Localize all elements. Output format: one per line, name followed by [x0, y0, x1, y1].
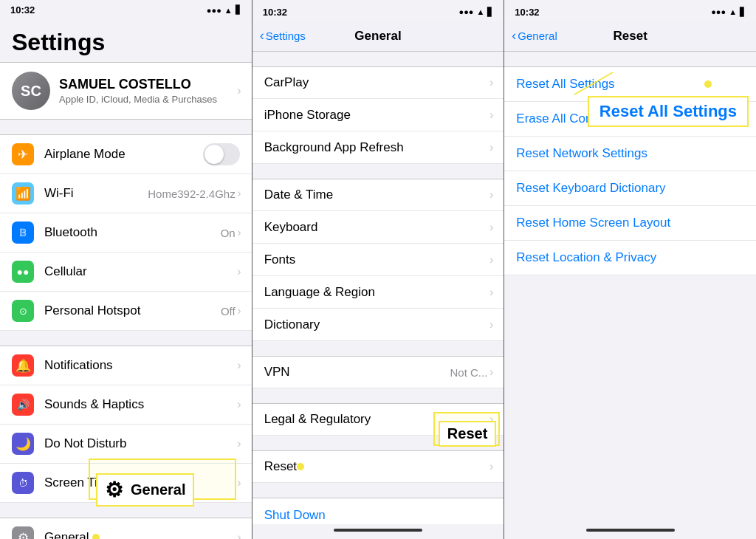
hotspot-value: Off [221, 305, 236, 317]
row-language[interactable]: Language & Region › [252, 276, 504, 309]
row-keyboard[interactable]: Keyboard › [252, 211, 504, 244]
back-button-3[interactable]: ‹ General [512, 28, 557, 44]
profile-row[interactable]: SC SAMUEL COSTELLO Apple ID, iCloud, Med… [0, 62, 252, 120]
datetime-chevron: › [489, 188, 493, 202]
wifi-label: Wi-Fi [44, 186, 148, 201]
battery-icon-3: ▋ [740, 7, 746, 17]
general-group3: VPN Not C... › [252, 356, 504, 388]
row-fonts[interactable]: Fonts › [252, 244, 504, 276]
signal-icon-2: ●●● [459, 7, 474, 16]
row-screentime[interactable]: ⏱ Screen Time › [0, 464, 252, 503]
row-sounds[interactable]: 🔊 Sounds & Haptics › [0, 385, 252, 425]
reset-section: Reset All Settings Erase All Content and… [504, 66, 756, 275]
row-reset-home-screen[interactable]: Reset Home Screen Layout [504, 206, 756, 241]
profile-info: SAMUEL COSTELLO Apple ID, iCloud, Media … [59, 77, 217, 105]
iphone-storage-label: iPhone Storage [264, 108, 492, 123]
fonts-chevron: › [489, 253, 493, 267]
row-reset[interactable]: Reset › [252, 450, 504, 483]
row-dictionary[interactable]: Dictionary › [252, 309, 504, 341]
row-reset-location[interactable]: Reset Location & Privacy [504, 241, 756, 275]
reset-all-callout-text: Reset All Settings [599, 102, 737, 120]
status-icons-1: ●●● ▲ ▋ [207, 5, 241, 15]
language-chevron: › [489, 286, 493, 299]
row-vpn[interactable]: VPN Not C... › [252, 356, 504, 388]
row-wifi[interactable]: 📶 Wi-Fi Home392-2.4Ghz › [0, 174, 252, 213]
row-reset-keyboard-dict[interactable]: Reset Keyboard Dictionary [504, 171, 756, 206]
row-legal[interactable]: Legal & Regulatory › [252, 403, 504, 436]
panel3-reset: 10:32 ●●● ▲ ▋ ‹ General Reset Reset All … [504, 0, 756, 539]
wifi-icon: 📶 [12, 182, 34, 205]
reset-location-label: Reset Location & Privacy [516, 250, 744, 265]
wifi-chevron: › [237, 187, 241, 200]
home-bar-3 [586, 529, 675, 532]
airplane-icon: ✈ [12, 143, 34, 165]
language-label: Language & Region [264, 285, 492, 300]
notifications-label: Notifications [44, 358, 240, 373]
avatar-initials: SC [21, 83, 41, 100]
row-hotspot[interactable]: ⊙ Personal Hotspot Off › [0, 292, 252, 331]
hotspot-icon: ⊙ [12, 300, 34, 322]
keyboard-label: Keyboard [264, 220, 492, 235]
row-iphone-storage[interactable]: iPhone Storage › [252, 99, 504, 131]
vpn-label: VPN [264, 365, 450, 380]
bluetooth-chevron: › [237, 226, 241, 239]
battery-icon-1: ▋ [236, 5, 241, 15]
dictionary-chevron: › [489, 318, 493, 332]
profile-subtitle: Apple ID, iCloud, Media & Purchases [59, 94, 217, 105]
general-chevron: › [237, 531, 241, 539]
row-datetime[interactable]: Date & Time › [252, 179, 504, 211]
general-group4: Legal & Regulatory › [252, 403, 504, 436]
vpn-value: Not C... [450, 366, 487, 379]
reset-home-screen-label: Reset Home Screen Layout [516, 216, 744, 230]
time-3: 10:32 [515, 7, 539, 18]
bluetooth-label: Bluetooth [44, 225, 221, 240]
carplay-chevron: › [489, 76, 493, 89]
back-button-2[interactable]: ‹ Settings [260, 28, 306, 44]
row-dnd[interactable]: 🌙 Do Not Disturb › [0, 425, 252, 464]
panel2-general: 10:32 ●●● ▲ ▋ ‹ Settings General CarPlay… [252, 0, 505, 539]
signal-icon-3: ●●● [711, 7, 726, 16]
sounds-icon: 🔊 [12, 394, 34, 416]
row-reset-network[interactable]: Reset Network Settings [504, 137, 756, 171]
general-label: General [44, 530, 240, 539]
notifications-chevron: › [237, 359, 241, 372]
reset-all-callout: Reset All Settings [588, 96, 749, 127]
status-icons-3: ●●● ▲ ▋ [711, 7, 746, 17]
bluetooth-value: On [221, 227, 236, 239]
back-label-2: Settings [266, 30, 306, 42]
screentime-label: Screen Time [44, 476, 240, 490]
wifi-value: Home392-2.4Ghz [148, 188, 235, 200]
airplane-toggle[interactable] [203, 143, 240, 165]
reset-all-settings-label: Reset All Settings [516, 77, 744, 92]
airplane-label: Airplane Mode [44, 147, 203, 162]
screentime-icon: ⏱ [12, 472, 34, 494]
row-background-app[interactable]: Background App Refresh › [252, 131, 504, 164]
vpn-chevron: › [489, 365, 493, 379]
datetime-label: Date & Time [264, 188, 492, 202]
status-bar-2: 10:32 ●●● ▲ ▋ [252, 0, 504, 21]
home-indicator-2 [252, 524, 504, 539]
iphone-storage-chevron: › [489, 109, 493, 122]
profile-chevron: › [237, 84, 241, 97]
battery-icon-2: ▋ [487, 7, 493, 17]
carplay-label: CarPlay [264, 75, 492, 90]
legal-chevron: › [489, 413, 493, 426]
sounds-label: Sounds & Haptics [44, 397, 240, 412]
general-group: ⚙ General › ⊞ Control Center › Aa Displa… [0, 518, 252, 539]
row-notifications[interactable]: 🔔 Notifications › [0, 346, 252, 385]
background-app-chevron: › [489, 141, 493, 154]
row-airplane[interactable]: ✈ Airplane Mode [0, 134, 252, 174]
cellular-chevron: › [237, 265, 241, 278]
shutdown-label: Shut Down [264, 508, 326, 522]
nav-header-3: ‹ General Reset [504, 21, 756, 52]
row-general[interactable]: ⚙ General › [0, 518, 252, 539]
row-carplay[interactable]: CarPlay › [252, 66, 504, 99]
sounds-chevron: › [237, 398, 241, 411]
row-cellular[interactable]: ●● Cellular › [0, 253, 252, 292]
general-icon: ⚙ [12, 526, 34, 539]
nav-header-2: ‹ Settings General [252, 21, 504, 52]
home-indicator-3 [504, 524, 756, 539]
row-bluetooth[interactable]: 𝔹 Bluetooth On › [0, 213, 252, 253]
shutdown-row[interactable]: Shut Down [252, 498, 504, 524]
cellular-label: Cellular [44, 264, 240, 279]
